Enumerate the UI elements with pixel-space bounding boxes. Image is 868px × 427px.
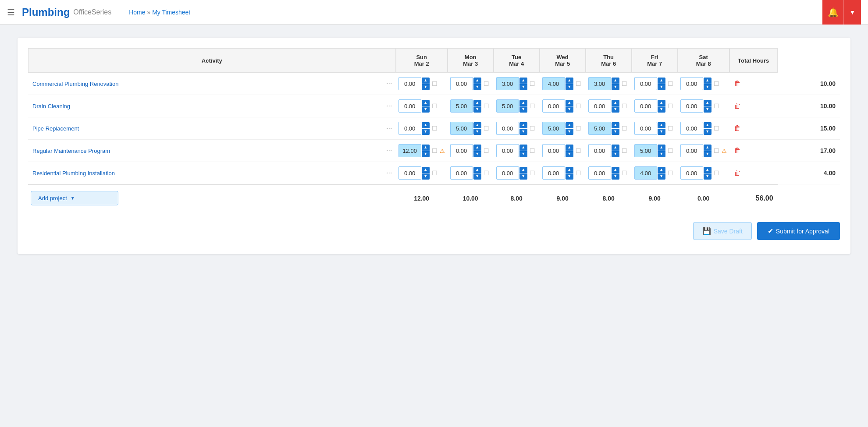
delete-row-button[interactable]: 🗑 [734, 102, 741, 110]
hour-input[interactable] [542, 144, 565, 157]
hour-input[interactable] [680, 166, 703, 180]
hour-input[interactable] [496, 144, 519, 157]
spin-up-button[interactable]: ▲ [658, 145, 665, 151]
hour-input[interactable] [398, 99, 421, 113]
spin-up-button[interactable]: ▲ [422, 100, 430, 106]
hour-input[interactable] [680, 122, 703, 135]
spin-up-button[interactable]: ▲ [519, 100, 527, 106]
spin-down-button[interactable]: ▼ [473, 84, 481, 90]
note-icon[interactable]: ☐ [668, 80, 673, 87]
spin-down-button[interactable]: ▼ [704, 151, 711, 157]
note-icon[interactable]: ☐ [432, 169, 438, 176]
spin-up-button[interactable]: ▲ [422, 167, 430, 173]
hour-input[interactable] [450, 166, 473, 180]
add-project-button[interactable]: Add project ▼ [31, 191, 118, 205]
hour-input[interactable] [634, 99, 657, 113]
spin-down-button[interactable]: ▼ [473, 129, 481, 135]
spin-down-button[interactable]: ▼ [519, 84, 527, 90]
spin-up-button[interactable]: ▲ [704, 78, 711, 84]
note-icon[interactable]: ☐ [432, 147, 438, 154]
spin-down-button[interactable]: ▼ [566, 129, 573, 135]
note-icon[interactable]: ☐ [530, 169, 535, 176]
note-icon[interactable]: ☐ [432, 80, 438, 87]
spin-up-button[interactable]: ▲ [658, 78, 665, 84]
spin-up-button[interactable]: ▲ [566, 167, 573, 173]
note-icon[interactable]: ☐ [622, 80, 627, 87]
spin-up-button[interactable]: ▲ [704, 167, 711, 173]
note-icon[interactable]: ☐ [714, 102, 719, 109]
hour-input[interactable] [542, 77, 565, 90]
spin-up-button[interactable]: ▲ [422, 122, 430, 128]
hour-input[interactable] [634, 122, 657, 135]
note-icon[interactable]: ☐ [576, 125, 581, 132]
spin-up-button[interactable]: ▲ [473, 100, 481, 106]
spin-down-button[interactable]: ▼ [519, 106, 527, 113]
more-options-button[interactable]: ··· [383, 95, 396, 117]
hour-input[interactable] [634, 144, 657, 157]
hour-input[interactable] [450, 99, 473, 113]
spin-up-button[interactable]: ▲ [566, 78, 573, 84]
user-dropdown[interactable]: ▼ [843, 0, 861, 25]
more-options-button[interactable]: ··· [383, 73, 396, 95]
note-icon[interactable]: ☐ [432, 102, 438, 109]
notification-bell[interactable]: 🔔 [822, 0, 843, 25]
spin-up-button[interactable]: ▲ [658, 167, 665, 173]
hour-input[interactable] [398, 122, 421, 135]
spin-up-button[interactable]: ▲ [704, 122, 711, 128]
note-icon[interactable]: ☐ [484, 125, 489, 132]
spin-up-button[interactable]: ▲ [422, 78, 430, 84]
save-draft-button[interactable]: 💾 Save Draft [693, 222, 752, 240]
spin-up-button[interactable]: ▲ [473, 167, 481, 173]
spin-down-button[interactable]: ▼ [566, 84, 573, 90]
hour-input[interactable] [542, 166, 565, 180]
spin-up-button[interactable]: ▲ [612, 78, 619, 84]
hour-input[interactable] [496, 99, 519, 113]
spin-down-button[interactable]: ▼ [422, 173, 430, 180]
spin-down-button[interactable]: ▼ [658, 106, 665, 113]
spin-down-button[interactable]: ▼ [422, 151, 430, 157]
more-options-button[interactable]: ··· [383, 162, 396, 184]
spin-down-button[interactable]: ▼ [612, 173, 619, 180]
spin-down-button[interactable]: ▼ [422, 129, 430, 135]
note-icon[interactable]: ☐ [576, 102, 581, 109]
hour-input[interactable] [398, 77, 421, 90]
spin-up-button[interactable]: ▲ [473, 122, 481, 128]
spin-up-button[interactable]: ▲ [519, 122, 527, 128]
hour-input[interactable] [680, 99, 703, 113]
delete-row-button[interactable]: 🗑 [734, 169, 741, 177]
hour-input[interactable] [450, 77, 473, 90]
note-icon[interactable]: ☐ [622, 125, 627, 132]
note-icon[interactable]: ☐ [484, 147, 489, 154]
spin-down-button[interactable]: ▼ [612, 84, 619, 90]
spin-down-button[interactable]: ▼ [704, 106, 711, 113]
note-icon[interactable]: ☐ [714, 169, 719, 176]
hour-input[interactable] [542, 99, 565, 113]
delete-row-button[interactable]: 🗑 [734, 147, 741, 155]
note-icon[interactable]: ☐ [484, 169, 489, 176]
spin-down-button[interactable]: ▼ [658, 84, 665, 90]
spin-down-button[interactable]: ▼ [422, 106, 430, 113]
hour-input[interactable] [496, 122, 519, 135]
spin-up-button[interactable]: ▲ [519, 167, 527, 173]
note-icon[interactable]: ☐ [622, 102, 627, 109]
spin-down-button[interactable]: ▼ [704, 129, 711, 135]
note-icon[interactable]: ☐ [530, 102, 535, 109]
note-icon[interactable]: ☐ [668, 147, 673, 154]
note-icon[interactable]: ☐ [530, 80, 535, 87]
spin-up-button[interactable]: ▲ [612, 122, 619, 128]
spin-up-button[interactable]: ▲ [612, 100, 619, 106]
hour-input[interactable] [588, 99, 611, 113]
hour-input[interactable] [496, 166, 519, 180]
hour-input[interactable] [680, 77, 703, 90]
spin-down-button[interactable]: ▼ [658, 173, 665, 180]
spin-down-button[interactable]: ▼ [704, 173, 711, 180]
spin-down-button[interactable]: ▼ [519, 173, 527, 180]
note-icon[interactable]: ☐ [484, 102, 489, 109]
submit-button[interactable]: ✔ Submit for Approval [757, 222, 840, 240]
spin-up-button[interactable]: ▲ [566, 145, 573, 151]
hour-input[interactable] [588, 77, 611, 90]
spin-down-button[interactable]: ▼ [658, 129, 665, 135]
note-icon[interactable]: ☐ [576, 169, 581, 176]
spin-down-button[interactable]: ▼ [612, 129, 619, 135]
spin-up-button[interactable]: ▲ [566, 100, 573, 106]
